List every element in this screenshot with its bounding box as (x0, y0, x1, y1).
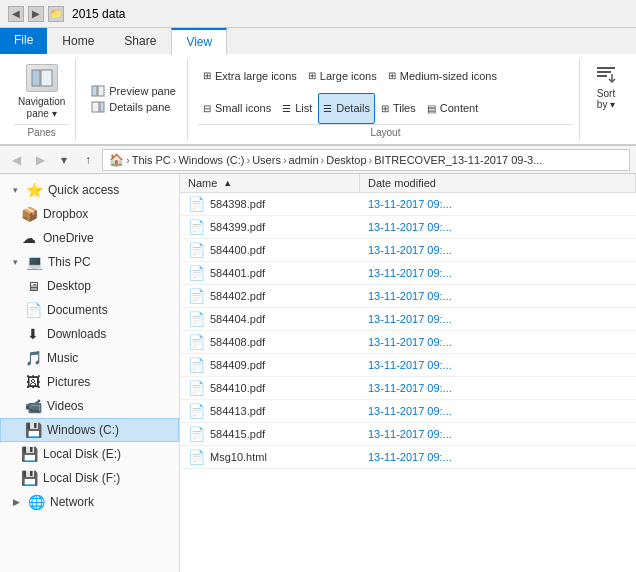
path-admin[interactable]: admin (289, 154, 319, 166)
svg-rect-5 (100, 102, 104, 112)
details-pane-button[interactable]: Details pane (86, 99, 181, 115)
sidebar-item-videos[interactable]: 📹 Videos (0, 394, 179, 418)
nav-pane-group: Navigationpane ▾ Panes (8, 58, 76, 140)
col-header-name[interactable]: Name ▲ (180, 174, 360, 192)
table-row[interactable]: 📄 584399.pdf 13-11-2017 09:... (180, 216, 636, 239)
sidebar-item-desktop[interactable]: 🖥 Desktop (0, 274, 179, 298)
table-row[interactable]: 📄 584409.pdf 13-11-2017 09:... (180, 354, 636, 377)
pdf-icon: 📄 (188, 242, 205, 258)
tab-file[interactable]: File (0, 28, 47, 54)
home-icon: 🏠 (109, 153, 124, 167)
file-name-cell: 📄 584410.pdf (180, 378, 360, 398)
table-row[interactable]: 📄 584415.pdf 13-11-2017 09:... (180, 423, 636, 446)
path-desktop[interactable]: Desktop (326, 154, 366, 166)
html-icon: 📄 (188, 449, 205, 465)
content-button[interactable]: ▤ Content (422, 93, 484, 125)
windows-c-icon: 💾 (25, 422, 41, 438)
sidebar-item-dropbox[interactable]: 📦 Dropbox (0, 202, 179, 226)
medium-sized-icons-button[interactable]: ⊞ Medium-sized icons (383, 60, 502, 92)
file-name: 584410.pdf (210, 382, 265, 394)
file-name-cell: 📄 584409.pdf (180, 355, 360, 375)
table-row[interactable]: 📄 584410.pdf 13-11-2017 09:... (180, 377, 636, 400)
table-row[interactable]: 📄 584413.pdf 13-11-2017 09:... (180, 400, 636, 423)
col-header-date[interactable]: Date modified (360, 174, 636, 192)
path-bitrecover[interactable]: BITRECOVER_13-11-2017 09-3... (374, 154, 542, 166)
table-row[interactable]: 📄 584402.pdf 13-11-2017 09:... (180, 285, 636, 308)
folder-icon[interactable]: 📁 (48, 6, 64, 22)
file-name-cell: 📄 584415.pdf (180, 424, 360, 444)
sidebar-item-local-disk-f[interactable]: 💾 Local Disk (F:) (0, 466, 179, 490)
table-row[interactable]: 📄 584404.pdf 13-11-2017 09:... (180, 308, 636, 331)
table-row[interactable]: 📄 584400.pdf 13-11-2017 09:... (180, 239, 636, 262)
sidebar-item-onedrive[interactable]: ☁ OneDrive (0, 226, 179, 250)
preview-pane-button[interactable]: Preview pane (86, 83, 181, 99)
documents-icon: 📄 (25, 302, 41, 318)
address-path[interactable]: 🏠 › This PC › Windows (C:) › Users › adm… (102, 149, 630, 171)
sidebar-item-documents[interactable]: 📄 Documents (0, 298, 179, 322)
svg-rect-3 (98, 86, 104, 96)
back-button[interactable]: ◀ (6, 150, 26, 170)
pdf-icon: 📄 (188, 357, 205, 373)
local-disk-e-icon: 💾 (21, 446, 37, 462)
sort-by-button[interactable]: Sortby ▾ (590, 60, 622, 112)
file-name-cell: 📄 584408.pdf (180, 332, 360, 352)
sidebar-item-downloads[interactable]: ⬇ Downloads (0, 322, 179, 346)
sidebar-item-pictures[interactable]: 🖼 Pictures (0, 370, 179, 394)
sidebar-item-network[interactable]: ▶ 🌐 Network (0, 490, 179, 514)
file-name-cell: 📄 584399.pdf (180, 217, 360, 237)
tab-home[interactable]: Home (47, 28, 109, 54)
table-row[interactable]: 📄 584408.pdf 13-11-2017 09:... (180, 331, 636, 354)
path-windows-c[interactable]: Windows (C:) (178, 154, 244, 166)
file-name: 584408.pdf (210, 336, 265, 348)
table-row[interactable]: 📄 584398.pdf 13-11-2017 09:... (180, 193, 636, 216)
tab-share[interactable]: Share (109, 28, 171, 54)
pdf-icon: 📄 (188, 219, 205, 235)
table-row[interactable]: 📄 Msg10.html 13-11-2017 09:... (180, 446, 636, 469)
title-bar: ◀ ▶ 📁 2015 data (0, 0, 636, 28)
pdf-icon: 📄 (188, 196, 205, 212)
recent-locations-button[interactable]: ▾ (54, 150, 74, 170)
list-button[interactable]: ☰ List (277, 93, 317, 125)
table-row[interactable]: 📄 584401.pdf 13-11-2017 09:... (180, 262, 636, 285)
local-disk-f-icon: 💾 (21, 470, 37, 486)
file-name: 584399.pdf (210, 221, 265, 233)
nav-pane-button[interactable]: Navigationpane ▾ (14, 60, 69, 124)
sidebar-item-quick-access[interactable]: ▾ ⭐ Quick access (0, 178, 179, 202)
forward-icon[interactable]: ▶ (28, 6, 44, 22)
nav-pane-icon (26, 64, 58, 92)
file-name: 584404.pdf (210, 313, 265, 325)
path-users[interactable]: Users (252, 154, 281, 166)
file-list: Name ▲ Date modified 📄 584398.pdf 13-11-… (180, 174, 636, 572)
sidebar-item-windows-c[interactable]: 💾 Windows (C:) (0, 418, 179, 442)
file-name-cell: 📄 584400.pdf (180, 240, 360, 260)
sort-arrow-icon: ▲ (223, 178, 232, 188)
layout-label: Layout (198, 124, 573, 138)
this-pc-icon: 💻 (26, 254, 42, 270)
sidebar-item-music[interactable]: 🎵 Music (0, 346, 179, 370)
back-icon[interactable]: ◀ (8, 6, 24, 22)
forward-button[interactable]: ▶ (30, 150, 50, 170)
file-name-cell: 📄 584401.pdf (180, 263, 360, 283)
preview-details-group: Preview pane Details pane (80, 58, 188, 140)
extra-large-icons-button[interactable]: ⊞ Extra large icons (198, 60, 302, 92)
sidebar-item-this-pc[interactable]: ▾ 💻 This PC (0, 250, 179, 274)
small-icons-button[interactable]: ⊟ Small icons (198, 93, 276, 125)
tiles-button[interactable]: ⊞ Tiles (376, 93, 421, 125)
details-button[interactable]: ☰ Details (318, 93, 375, 125)
dropbox-icon: 📦 (21, 206, 37, 222)
large-icons-button[interactable]: ⊞ Large icons (303, 60, 382, 92)
quick-access-icon: ⭐ (26, 182, 42, 198)
file-date-cell: 13-11-2017 09:... (360, 288, 636, 304)
sidebar-item-local-disk-e[interactable]: 💾 Local Disk (E:) (0, 442, 179, 466)
panes-label: Panes (14, 124, 69, 138)
main-area: ▾ ⭐ Quick access 📦 Dropbox ☁ OneDrive ▾ … (0, 174, 636, 572)
tab-view[interactable]: View (171, 28, 227, 55)
file-name-cell: 📄 584398.pdf (180, 194, 360, 214)
pdf-icon: 📄 (188, 403, 205, 419)
path-this-pc[interactable]: This PC (132, 154, 171, 166)
up-button[interactable]: ↑ (78, 150, 98, 170)
title-bar-icons: ◀ ▶ 📁 (8, 6, 64, 22)
nav-pane-label: Navigationpane ▾ (18, 96, 65, 120)
address-bar: ◀ ▶ ▾ ↑ 🏠 › This PC › Windows (C:) › Use… (0, 146, 636, 174)
file-date-cell: 13-11-2017 09:... (360, 196, 636, 212)
